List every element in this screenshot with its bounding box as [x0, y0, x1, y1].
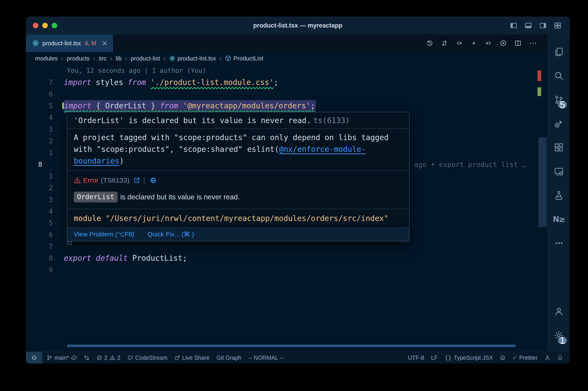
- activitybar-item-source-control[interactable]: 5: [548, 88, 570, 112]
- activitybar-item-explorer[interactable]: [548, 40, 570, 64]
- tooltip-footer: View Problem (⌥F8) Quick Fix... (⌘.): [67, 227, 409, 241]
- quick-fix-link[interactable]: Quick Fix... (⌘.): [148, 230, 194, 238]
- activitybar-item-accounts[interactable]: [548, 299, 570, 323]
- activitybar-item-debug[interactable]: [548, 112, 570, 136]
- breadcrumb-item-product-list[interactable]: product-list: [131, 55, 160, 62]
- breadcrumb-item-lib[interactable]: lib: [116, 55, 122, 62]
- panel-left-icon[interactable]: [510, 22, 517, 29]
- breadcrumb-item-modules[interactable]: modules: [35, 55, 58, 62]
- gutter-circle-icon[interactable]: [470, 40, 477, 47]
- activitybar-item-extensions[interactable]: [548, 136, 570, 159]
- breadcrumb-item-src[interactable]: src: [99, 55, 107, 62]
- minimize-window-button[interactable]: [42, 23, 48, 28]
- editor[interactable]: You, 12 seconds ago | 1 author (You) 7im…: [26, 65, 548, 352]
- code-content: import styles from './product-list.modul…: [64, 78, 278, 87]
- zoom-window-button[interactable]: [52, 23, 57, 28]
- timeline-icon[interactable]: [426, 40, 433, 47]
- code-line[interactable]: 8export default ProductList;: [26, 252, 548, 264]
- prev-change-icon[interactable]: [456, 40, 463, 47]
- layout-grid-icon[interactable]: [554, 22, 561, 29]
- panel-right-icon: [539, 22, 547, 29]
- breadcrumb-separator: ›: [93, 55, 95, 62]
- statusbar-item-remote-indicator[interactable]: [26, 352, 42, 363]
- tab-product-list-tsx[interactable]: product-list.tsx 4, M ×: [26, 34, 113, 52]
- statusbar-label: Prettier: [519, 355, 538, 361]
- titlebar: product-list.tsx — myreactapp: [26, 16, 570, 34]
- editor-gutter: 8: [26, 160, 64, 168]
- tab-decoration: 4, M: [85, 40, 96, 47]
- statusbar-item-live-share[interactable]: Live Share: [171, 352, 213, 363]
- module-path: "/Users/juri/nrwl/content/myreactapp/mod…: [105, 214, 388, 223]
- statusbar-item-prettier[interactable]: ✓Prettier: [509, 352, 541, 363]
- statusbar-item-language-mode[interactable]: {}TypeScript JSX: [441, 352, 496, 363]
- code-line[interactable]: 5import { OrderList } from '@myreactapp/…: [26, 100, 548, 112]
- statusbar-item-codestream[interactable]: CodeStream: [124, 352, 171, 363]
- statusbar-item-git-branch[interactable]: main*: [43, 352, 81, 363]
- tab-label: product-list.tsx: [42, 40, 81, 47]
- react-icon: [169, 55, 175, 62]
- comment-icon: [127, 355, 133, 361]
- module-keyword: module: [74, 214, 101, 223]
- statusbar-label: LF: [431, 355, 438, 361]
- breadcrumb-item-product-list-tsx[interactable]: product-list.tsx: [169, 55, 216, 62]
- error-detail-section: Error(TS6133) | OrderList is declared bu…: [67, 171, 409, 209]
- line-number: 7: [49, 78, 53, 86]
- line-number: 7: [49, 242, 53, 250]
- activitybar-item-more-views[interactable]: ⋯: [548, 231, 570, 255]
- activitybar-item-testing[interactable]: [548, 183, 570, 207]
- breadcrumb-separator: ›: [219, 55, 221, 62]
- statusbar-label: main*: [54, 355, 69, 361]
- editor-gutter: 4: [26, 113, 64, 121]
- debug-icon: [554, 119, 564, 128]
- editor-gutter: 5: [26, 102, 64, 110]
- line-number: 3: [49, 196, 53, 203]
- panel-bottom-icon[interactable]: [525, 22, 532, 29]
- compare-changes-icon[interactable]: [441, 40, 448, 47]
- line-number: 4: [49, 113, 53, 121]
- window-title: product-list.tsx — myreactapp: [26, 22, 570, 29]
- more-actions-icon[interactable]: ⋯: [529, 39, 537, 47]
- activitybar-item-search[interactable]: [548, 64, 570, 88]
- statusbar-item-git-compare[interactable]: [81, 352, 93, 363]
- code-line[interactable]: 7: [26, 241, 548, 252]
- panel-right-icon[interactable]: [539, 22, 547, 29]
- breadcrumb-item-products[interactable]: products: [67, 55, 90, 62]
- next-change-icon[interactable]: [485, 40, 492, 47]
- extensions-icon: [554, 143, 564, 152]
- statusbar-item-eol[interactable]: LF: [428, 352, 441, 363]
- breadcrumb-item-productlist[interactable]: ProductList: [225, 55, 263, 62]
- editor-gutter: 2: [26, 137, 64, 145]
- vertical-scrollbar[interactable]: [538, 137, 547, 227]
- statusbar-item-vim-mode[interactable]: -- NORMAL --: [245, 352, 287, 363]
- horizontal-scrollbar[interactable]: [67, 345, 516, 347]
- view-problem-link[interactable]: View Problem (⌥F8): [74, 230, 134, 238]
- statusbar-item-problems[interactable]: 22: [93, 352, 124, 363]
- breadcrumb-separator: ›: [110, 55, 112, 62]
- code-line[interactable]: 6: [26, 88, 548, 100]
- compare-changes-icon: [441, 40, 448, 47]
- statusbar-item-encoding[interactable]: UTF-8: [405, 352, 428, 363]
- code-line[interactable]: 9: [26, 264, 548, 276]
- search-icon: [554, 71, 564, 81]
- gitlens-annotation[interactable]: You, 12 seconds ago | 1 author (You): [26, 65, 548, 77]
- check-icon: ✓: [512, 355, 517, 360]
- tooltip-resize-handle[interactable]: [67, 241, 72, 245]
- run-icon[interactable]: [500, 40, 507, 47]
- split-editor-icon[interactable]: [514, 40, 521, 47]
- statusbar-item-user-feedback[interactable]: [541, 352, 554, 363]
- statusbar-label: -- NORMAL --: [248, 355, 283, 361]
- separator: |: [143, 177, 145, 184]
- code-content: import { OrderList } from '@myreactapp/m…: [64, 101, 316, 110]
- editor-actions: ⋯: [426, 34, 548, 52]
- activitybar-item-settings[interactable]: 1: [548, 323, 570, 347]
- close-window-button[interactable]: [33, 23, 38, 28]
- more-actions-icon: ⋯: [529, 38, 537, 48]
- code-line[interactable]: 7import styles from './product-list.modu…: [26, 77, 548, 88]
- statusbar-label: UTF-8: [408, 355, 424, 361]
- statusbar-item-notifications[interactable]: [554, 352, 566, 363]
- detail-text: is declared but its value is never read.: [120, 193, 240, 201]
- activitybar-item-remote-explorer[interactable]: [548, 159, 570, 183]
- activitybar-item-nx-console[interactable]: N≥: [548, 207, 570, 231]
- statusbar-item-git-graph[interactable]: Git Graph: [213, 352, 245, 363]
- statusbar-item-feedback-smiley[interactable]: [496, 352, 509, 363]
